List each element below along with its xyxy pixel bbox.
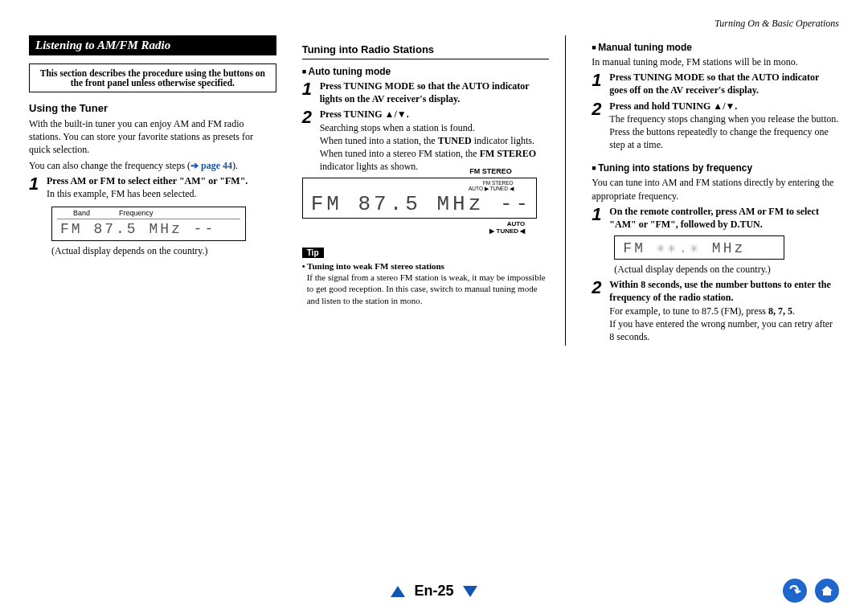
next-page-icon[interactable] bbox=[463, 586, 477, 597]
page-44-link[interactable]: page 44 bbox=[201, 160, 232, 171]
step-1: 1 Press AM or FM to select either "AM" o… bbox=[29, 174, 276, 200]
fm-stereo-callout: FM STEREO bbox=[469, 167, 512, 175]
display-readout: FM 87.5 MHz -- bbox=[52, 219, 245, 240]
breadcrumb: Turning On & Basic Operations bbox=[714, 18, 839, 30]
display-inner-auto-tuned: AUTO ▶ TUNED ◀ bbox=[303, 186, 514, 191]
manual-s2-body1: The frequency stops changing when you re… bbox=[609, 113, 838, 125]
step-number: 2 bbox=[592, 100, 609, 118]
page-footer: En-25 bbox=[0, 583, 868, 600]
page-number: En-25 bbox=[414, 583, 453, 599]
step-number: 1 bbox=[29, 174, 47, 193]
column-3: Manual tuning mode In manual tuning mode… bbox=[592, 35, 839, 346]
flashing-digits: ✳✳.✳ bbox=[657, 239, 701, 256]
byfreq-step-2: 2 Within 8 seconds, use the number butto… bbox=[592, 278, 839, 343]
receiver-display-3: FM ✳✳.✳ MHz bbox=[614, 235, 784, 260]
auto-step2-lead: Press TUNING ▲/▼. bbox=[320, 108, 409, 120]
step-number: 1 bbox=[592, 205, 609, 223]
arrow-icon: ➔ bbox=[190, 160, 199, 171]
undo-icon: ↶ bbox=[786, 580, 804, 601]
label-band: Band bbox=[73, 209, 90, 217]
auto-step-2: 2 Press TUNING ▲/▼. Searching stops when… bbox=[302, 108, 550, 173]
freq-steps-paragraph: You can also change the frequency steps … bbox=[29, 159, 276, 172]
label-frequency: Frequency bbox=[119, 209, 154, 217]
display-3-note: (Actual display depends on the country.) bbox=[614, 263, 839, 276]
byfreq-s2-lead: Within 8 seconds, use the number buttons… bbox=[609, 279, 830, 303]
display-3-readout: FM ✳✳.✳ MHz bbox=[615, 236, 784, 259]
receiver-display-2: FM STEREO FM STEREO AUTO ▶ TUNED ◀ FM 87… bbox=[302, 178, 537, 218]
auto-callout: AUTO bbox=[507, 220, 526, 227]
manual-s2-body2: Press the buttons repeatedly to change t… bbox=[609, 126, 829, 150]
manual-step-2: 2 Press and hold TUNING ▲/▼. The frequen… bbox=[592, 100, 839, 152]
heading-using-tuner: Using the Tuner bbox=[29, 102, 276, 114]
prev-page-icon[interactable] bbox=[391, 586, 405, 597]
manual-s1-lead: Press TUNING MODE so that the AUTO indic… bbox=[609, 72, 819, 96]
tuned-callout: ▶ TUNED ◀ bbox=[489, 227, 525, 235]
receiver-display-1: Band Frequency FM 87.5 MHz -- bbox=[51, 207, 246, 241]
column-2: Tuning into Radio Stations Auto tuning m… bbox=[302, 35, 567, 346]
byfreq-s2-body2: If you have entered the wrong number, yo… bbox=[609, 318, 833, 342]
heading-tuning-stations: Tuning into Radio Stations bbox=[302, 43, 550, 55]
subheading-auto: Auto tuning mode bbox=[302, 66, 550, 77]
step-number: 2 bbox=[302, 108, 320, 126]
intro-note-box: This section describes the procedure usi… bbox=[29, 63, 276, 92]
step-number: 1 bbox=[302, 80, 320, 98]
back-button[interactable]: ↶ bbox=[783, 579, 807, 603]
home-icon bbox=[821, 586, 833, 596]
display-2-readout: FM 87.5 MHz -- bbox=[303, 192, 536, 218]
manual-step-1: 1 Press TUNING MODE so that the AUTO ind… bbox=[592, 71, 839, 96]
tip-badge: Tip bbox=[302, 248, 324, 258]
step-number: 1 bbox=[592, 71, 609, 89]
column-1: Listening to AM/FM Radio This section de… bbox=[29, 35, 276, 346]
step-1-body: In this example, FM has been selected. bbox=[47, 188, 197, 199]
footer-nav-icons: ↶ bbox=[783, 579, 839, 603]
manual-intro: In manual tuning mode, FM stations will … bbox=[592, 55, 839, 68]
step-number: 2 bbox=[592, 278, 609, 297]
section-banner: Listening to AM/FM Radio bbox=[29, 35, 276, 55]
tip-title: • Tuning into weak FM stereo stations bbox=[302, 261, 550, 271]
byfreq-s1-lead: On the remote controller, press AM or FM… bbox=[609, 206, 819, 230]
receiver-display-2-wrap: FM STEREO FM STEREO AUTO ▶ TUNED ◀ FM 87… bbox=[302, 178, 550, 234]
auto-step-1: 1 Press TUNING MODE so that the AUTO ind… bbox=[302, 80, 550, 105]
tip-body: If the signal from a stereo FM station i… bbox=[307, 272, 550, 308]
auto-step1-lead: Press TUNING MODE so that the AUTO indic… bbox=[320, 80, 530, 104]
display-note: (Actual display depends on the country.) bbox=[51, 244, 276, 257]
step-1-lead: Press AM or FM to select either "AM" or … bbox=[47, 175, 248, 186]
manual-s2-lead: Press and hold TUNING ▲/▼. bbox=[609, 100, 737, 112]
page-columns: Listening to AM/FM Radio This section de… bbox=[29, 35, 839, 346]
display-inner-fmstereo: FM STEREO bbox=[303, 180, 514, 186]
home-button[interactable] bbox=[815, 579, 839, 603]
tuner-intro-paragraph: With the built-in tuner you can enjoy AM… bbox=[29, 117, 276, 157]
subheading-manual: Manual tuning mode bbox=[592, 42, 839, 53]
byfreq-intro: You can tune into AM and FM stations dir… bbox=[592, 176, 839, 202]
auto-step2-body1: Searching stops when a station is found. bbox=[320, 122, 475, 133]
subheading-by-frequency: Tuning into stations by frequency bbox=[592, 162, 839, 174]
byfreq-step-1: 1 On the remote controller, press AM or … bbox=[592, 205, 839, 231]
